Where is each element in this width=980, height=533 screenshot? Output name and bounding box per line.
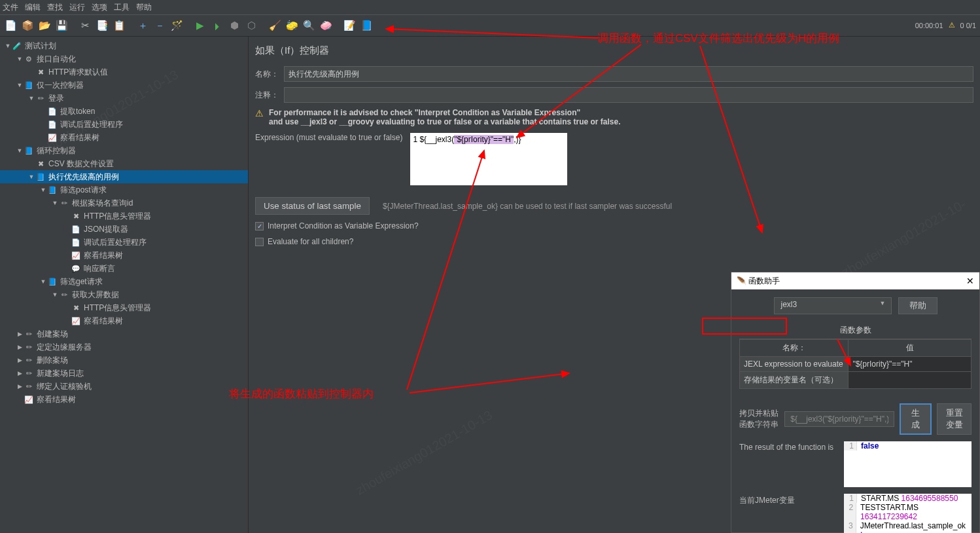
reset-vars-button[interactable]: 重置变量 xyxy=(937,403,971,435)
func-helper-icon[interactable]: 📝 xyxy=(341,18,357,33)
cut-icon[interactable]: ✂ xyxy=(77,18,93,33)
play-icon[interactable]: ▶ xyxy=(192,18,208,33)
tree-item[interactable]: 📈察看结果树 xyxy=(0,393,248,406)
params-header: 函数参数 xyxy=(739,325,971,339)
warn-icon: ⚠ xyxy=(255,108,264,126)
tree-item[interactable]: ▼📘筛选get请求 xyxy=(0,275,248,288)
test-plan-tree[interactable]: ▼🧪测试计划▼⚙接口自动化✖HTTP请求默认值▼📘仅一次控制器▼✏登录📄提取to… xyxy=(0,37,249,533)
menubar: 文件 编辑 查找 运行 选项 工具 帮助 xyxy=(0,0,980,14)
warn-count: 0 0/1 xyxy=(960,22,976,29)
plus-icon[interactable]: ＋ xyxy=(135,18,150,33)
save-icon[interactable]: 💾 xyxy=(54,18,69,33)
shutdown-icon[interactable]: ⬡ xyxy=(243,18,259,33)
tree-item[interactable]: ▶✏定定边缘服务器 xyxy=(0,340,248,354)
reset-search-icon[interactable]: 🧼 xyxy=(318,18,334,33)
menu-options[interactable]: 选项 xyxy=(92,2,107,13)
copy-label: 拷贝并粘贴函数字符串 xyxy=(739,408,779,430)
menu-file[interactable]: 文件 xyxy=(3,2,18,13)
toolbar: 📄 📦 📂 💾 ✂ 📑 📋 ＋ － 🪄 ▶ ⏵ ⬢ ⬡ 🧹 🧽 🔍 🧼 📝 📘 xyxy=(0,14,980,37)
function-helper-dialog: 🪶 函数助手 ✕ jexl3 帮助 函数参数 名称： 值 JEXL expres… xyxy=(731,272,980,533)
params-table: 名称： 值 JEXL expression to evaluate "${prI… xyxy=(739,339,971,389)
tree-item[interactable]: ▼✏登录 xyxy=(0,92,248,105)
expression-label: Expression (must evaluate to true or fal… xyxy=(255,133,402,142)
stop-icon[interactable]: ⬢ xyxy=(226,18,242,33)
clear-all-icon[interactable]: 🧽 xyxy=(284,18,300,33)
table-row[interactable]: JEXL expression to evaluate "${prIority}… xyxy=(740,357,971,372)
open-icon[interactable]: 📂 xyxy=(37,18,52,33)
minus-icon[interactable]: － xyxy=(152,18,167,33)
tree-item[interactable]: 📄JSON提取器 xyxy=(0,223,248,236)
panel-title: 如果（If）控制器 xyxy=(255,45,973,57)
tree-item[interactable]: 📈察看结果树 xyxy=(0,314,248,327)
tree-item[interactable]: ✖HTTP信息头管理器 xyxy=(0,301,248,314)
name-label: 名称： xyxy=(255,69,279,80)
tree-item[interactable]: ▶✏删除案场 xyxy=(0,354,248,367)
expression-input[interactable]: 1 ${__jexl3("${prIority}"=="H",)} xyxy=(410,133,567,185)
template-icon[interactable]: 📦 xyxy=(20,18,35,33)
tree-item[interactable]: 📄提取token xyxy=(0,105,248,118)
generated-string-input[interactable] xyxy=(784,411,894,427)
tree-item[interactable]: ▶✏新建案场日志 xyxy=(0,367,248,380)
clear-icon[interactable]: 🧹 xyxy=(267,18,283,33)
tree-item[interactable]: 📄调试后置处理程序 xyxy=(0,236,248,249)
interpret-label: Interpret Condition as Variable Expressi… xyxy=(268,221,419,230)
evaluate-children-checkbox[interactable] xyxy=(255,238,264,246)
status-right: 00:00:01 ⚠ 0 0/1 xyxy=(915,21,976,29)
tree-item[interactable]: ▶✏绑定人证核验机 xyxy=(0,380,248,393)
tree-item[interactable]: ▼✏根据案场名查询id xyxy=(0,196,248,210)
elapsed-time: 00:00:01 xyxy=(915,22,943,29)
result-output: 1false xyxy=(844,441,971,487)
tree-item[interactable]: ✖HTTP请求默认值 xyxy=(0,65,248,79)
comment-input[interactable] xyxy=(284,87,973,103)
comment-label: 注释： xyxy=(255,90,279,101)
tree-item[interactable]: ▼📘执行优先级高的用例 xyxy=(0,170,248,183)
interpret-checkbox[interactable] xyxy=(255,222,264,230)
tree-item[interactable]: ▼📘仅一次控制器 xyxy=(0,79,248,92)
col-name: 名称： xyxy=(740,340,849,357)
menu-find[interactable]: 查找 xyxy=(47,2,63,13)
tree-item[interactable]: ✖HTTP信息头管理器 xyxy=(0,210,248,223)
evaluate-children-label: Evaluate for all children? xyxy=(268,237,353,246)
tree-item[interactable]: ▼📘循环控制器 xyxy=(0,144,248,157)
dialog-title: 函数助手 xyxy=(748,276,780,285)
tree-item[interactable]: 💬响应断言 xyxy=(0,262,248,275)
menu-edit[interactable]: 编辑 xyxy=(25,2,41,13)
menu-help[interactable]: 帮助 xyxy=(136,2,152,13)
new-icon[interactable]: 📄 xyxy=(3,18,18,33)
performance-warning: ⚠ For performance it is advised to check… xyxy=(255,108,973,126)
name-input[interactable] xyxy=(284,66,973,82)
editor-panel: 如果（If）控制器 名称： 注释： ⚠ For performance it i… xyxy=(249,37,980,533)
tree-item[interactable]: ▼📘筛选post请求 xyxy=(0,183,248,196)
paste-icon[interactable]: 📋 xyxy=(111,18,127,33)
warn-icon: ⚠ xyxy=(949,21,955,29)
play-now-icon[interactable]: ⏵ xyxy=(209,18,225,33)
result-label: The result of the function is xyxy=(739,441,837,452)
vars-label: 当前JMeter变量 xyxy=(739,494,837,506)
help-icon[interactable]: 📘 xyxy=(359,18,374,33)
help-button[interactable]: 帮助 xyxy=(898,297,937,314)
tree-item[interactable]: ✖CSV 数据文件设置 xyxy=(0,157,248,170)
table-row[interactable]: 存储结果的变量名（可选） xyxy=(740,372,971,389)
vars-output: 1START.MS 16346955885502TESTSTART.MS 163… xyxy=(844,494,971,533)
menu-run[interactable]: 运行 xyxy=(69,2,85,13)
search-icon[interactable]: 🔍 xyxy=(301,18,317,33)
generate-button[interactable]: 生成 xyxy=(900,403,932,435)
use-status-hint: ${JMeterThread.last_sample_ok} can be us… xyxy=(383,202,672,211)
menu-tools[interactable]: 工具 xyxy=(114,2,130,13)
copy-icon[interactable]: 📑 xyxy=(94,18,110,33)
tree-item[interactable]: ▶✏创建案场 xyxy=(0,327,248,340)
tree-item[interactable]: 📈察看结果树 xyxy=(0,249,248,262)
use-status-button[interactable]: Use status of last sample xyxy=(255,197,370,215)
close-icon[interactable]: ✕ xyxy=(966,276,974,286)
tree-item[interactable]: ▼✏获取大屏数据 xyxy=(0,288,248,301)
tree-item[interactable]: 📄调试后置处理程序 xyxy=(0,118,248,131)
function-select[interactable]: jexl3 xyxy=(774,297,892,314)
col-value: 值 xyxy=(849,340,971,357)
wand-icon[interactable]: 🪄 xyxy=(169,18,184,33)
tree-item[interactable]: ▼⚙接口自动化 xyxy=(0,52,248,65)
tree-item[interactable]: ▼🧪测试计划 xyxy=(0,39,248,52)
tree-item[interactable]: 📈察看结果树 xyxy=(0,131,248,144)
